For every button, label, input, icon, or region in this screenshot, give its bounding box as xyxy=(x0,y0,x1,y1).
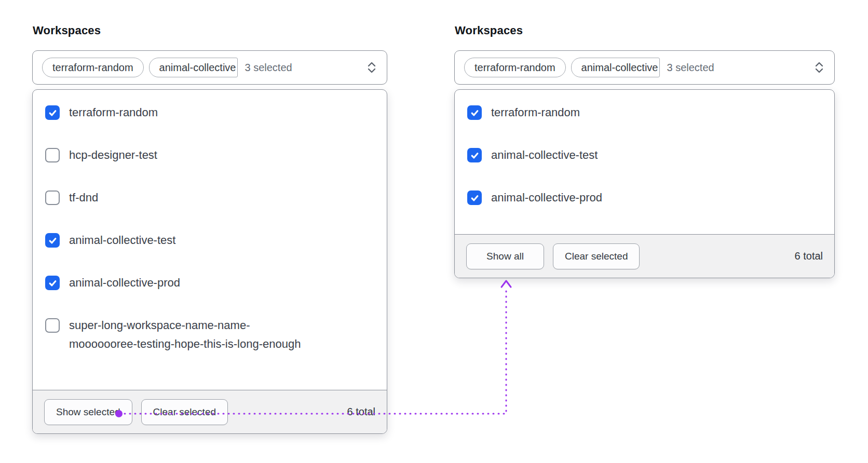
multiselect-trigger[interactable]: terraform-random animal-collective 3 sel… xyxy=(32,50,387,85)
listbox-footer: Show selected Clear selected 6 total xyxy=(33,390,387,433)
option-row[interactable]: animal-collective-prod xyxy=(45,274,374,292)
selected-pill: terraform-random xyxy=(464,58,566,77)
option-label: animal-collective-test xyxy=(69,231,175,250)
selected-pill: terraform-random xyxy=(42,58,144,77)
option-label-line1: super-long-workspace-name-name- xyxy=(69,316,301,335)
checkbox[interactable] xyxy=(45,318,60,333)
option-row[interactable]: tf-dnd xyxy=(45,188,374,207)
option-label: super-long-workspace-name-name- moooooor… xyxy=(69,316,301,353)
checkbox[interactable] xyxy=(45,148,60,162)
up-down-chevron-icon xyxy=(813,61,825,74)
show-all-button[interactable]: Show all xyxy=(466,243,544,269)
selected-count: 3 selected xyxy=(245,62,292,74)
multiselect-trigger[interactable]: terraform-random animal-collective 3 sel… xyxy=(454,50,835,85)
workspaces-label: Workspaces xyxy=(455,24,835,37)
checkbox[interactable] xyxy=(467,148,482,162)
option-row[interactable]: terraform-random xyxy=(45,103,374,122)
option-label: terraform-random xyxy=(69,103,158,122)
option-row[interactable]: animal-collective-prod xyxy=(467,188,822,207)
up-down-chevron-icon xyxy=(366,61,377,74)
annotation-arrowhead xyxy=(501,281,511,287)
options-list: terraform-random animal-collective-test … xyxy=(455,90,834,234)
total-count: 6 total xyxy=(347,406,375,418)
selected-pill-truncated: animal-collective xyxy=(149,58,238,77)
option-label: animal-collective-test xyxy=(491,146,598,165)
clear-selected-button[interactable]: Clear selected xyxy=(553,243,640,269)
checkbox[interactable] xyxy=(45,105,60,120)
selected-count: 3 selected xyxy=(667,62,714,74)
workspaces-label: Workspaces xyxy=(33,24,387,37)
option-label: hcp-designer-test xyxy=(69,146,157,165)
option-label: animal-collective-prod xyxy=(491,188,602,207)
left-multiselect: Workspaces terraform-random animal-colle… xyxy=(32,24,387,434)
option-row[interactable]: animal-collective-test xyxy=(45,231,374,250)
options-listbox: terraform-random hcp-designer-test tf-dn… xyxy=(32,89,387,434)
checkbox[interactable] xyxy=(467,190,482,205)
selected-pill-truncated: animal-collective xyxy=(571,58,660,77)
option-row[interactable]: terraform-random xyxy=(467,103,822,122)
right-multiselect: Workspaces terraform-random animal-colle… xyxy=(454,24,835,278)
show-selected-button[interactable]: Show selected xyxy=(44,399,132,425)
option-label: terraform-random xyxy=(491,103,580,122)
checkbox[interactable] xyxy=(45,190,60,205)
option-row[interactable]: animal-collective-test xyxy=(467,146,822,165)
checkbox[interactable] xyxy=(45,276,60,290)
checkbox[interactable] xyxy=(45,233,60,248)
option-label: animal-collective-prod xyxy=(69,274,180,292)
option-row[interactable]: super-long-workspace-name-name- moooooor… xyxy=(45,316,374,353)
options-listbox: terraform-random animal-collective-test … xyxy=(454,89,835,278)
option-label-line2: mooooooree-testing-hope-this-is-long-eno… xyxy=(69,335,301,353)
total-count: 6 total xyxy=(795,250,823,262)
option-row[interactable]: hcp-designer-test xyxy=(45,146,374,165)
checkbox[interactable] xyxy=(467,105,482,120)
option-label: tf-dnd xyxy=(69,188,98,207)
options-list: terraform-random hcp-designer-test tf-dn… xyxy=(33,90,387,390)
listbox-footer: Show all Clear selected 6 total xyxy=(455,234,834,278)
clear-selected-button[interactable]: Clear selected xyxy=(141,399,228,425)
